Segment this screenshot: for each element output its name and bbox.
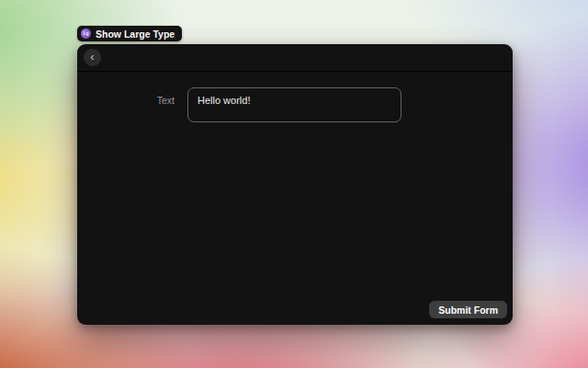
raycast-window: ‹ Text Hello world! Submit Form — [77, 44, 513, 325]
command-title-pill: Lg Show Large Type — [77, 26, 182, 41]
back-button[interactable]: ‹ — [84, 49, 101, 66]
submit-form-button[interactable]: Submit Form — [429, 301, 507, 318]
form-row-text: Text Hello world! — [77, 87, 513, 122]
large-type-icon-glyph: Lg — [83, 31, 88, 36]
desktop-background: Lg Show Large Type ‹ Text Hello world! S… — [0, 0, 588, 368]
window-header: ‹ — [77, 44, 513, 72]
chevron-left-icon: ‹ — [90, 51, 94, 63]
text-field-input[interactable]: Hello world! — [187, 87, 401, 122]
large-type-icon: Lg — [81, 29, 91, 39]
command-title: Show Large Type — [96, 29, 175, 40]
text-field-label: Text — [77, 87, 175, 106]
form-area: Text Hello world! — [77, 72, 513, 122]
